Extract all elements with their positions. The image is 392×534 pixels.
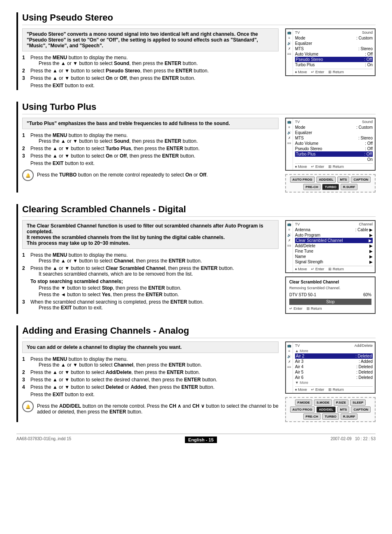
step-num-3-cs: 3 [22,299,28,311]
stop-note-title: To stop searching scrambled channels; [30,279,279,284]
intro-cs-line1: The Clear Scrambled Channel function is … [27,223,263,234]
tv-icon-tv-ae: 📺 [287,344,291,348]
tv-row-mts-tp: MTS: Stereo [295,135,373,141]
step-text-1-tp: Press the MENU button to display the men… [30,132,128,138]
ch-row-name: Name▶ [295,254,373,259]
csb-channel: DTV STD 50-1 [289,293,316,297]
footer-badge: English - 15 [185,436,217,443]
btn-rsurf-tp[interactable]: R.SURF [341,184,358,190]
step-1-ps: 1 Press the MENU button to display the m… [22,55,279,66]
footer-enter-ps: ↵ Enter [311,70,324,74]
section-title-turbo: Using Turbo Plus [22,102,376,114]
step-content-3-ae: Press the ▲ or ▼ button to select the de… [30,377,279,383]
tv-main-ae: TV Add/Delete ▲ More Air 2: Deleted Air … [293,342,375,393]
tip-text-ae: Press the ADD/DEL button on the remote c… [37,401,279,415]
tv-row-turbo-tp: Turbo Plus: Off [295,151,373,157]
section-text-ae: You can add or delete a channel to displ… [22,341,279,422]
tv-screen-header-cs: TV Channel [295,222,373,226]
ad-row-air5: Air 5: Deleted [295,369,373,375]
footer-return-tp: ⊞ Return [328,165,344,169]
tv-row-pseudo-tp: Pseudo Stereo: Off [295,146,373,151]
step-num-2-ps: 2 [22,68,28,74]
btn-turbo-ae[interactable]: TURBO [322,413,339,420]
step-sub-1-tp: Press the ▲ or ▼ button to select Sound,… [39,138,198,144]
tv-sound-label-ps: Sound [362,30,373,35]
btn-adddel-ae[interactable]: ADD/DEL [316,406,336,413]
step-text-2-ps: Press the ▲ or ▼ button to select Pseudo… [30,68,209,74]
tip-ae: 🔔 Press the ADD/DEL button on the remote… [22,401,279,415]
btn-caption-tp[interactable]: CAPTION [351,176,371,183]
btn-adddel-tp[interactable]: ADD/DEL [316,176,336,183]
btn-autoprog-tp[interactable]: AUTO PROG [290,176,315,183]
csb-enter: ↵ Enter [289,306,302,311]
btn-autoprog-ae[interactable]: AUTO PROG [290,406,315,413]
stop-note-line2: Press the ◄ button to select Yes, then p… [39,292,279,297]
step-content-3-ps: Press the ▲ or ▼ button to select On or … [30,75,279,81]
ch-row-signal: Signal Strength▶ [295,259,373,265]
tv-icon-ch-cs: ≡≡ [287,244,291,248]
ad-screen: 📺 ≡ 🔊 ✗ ≡≡ TV Add/Delete ▲ More Air 2: D… [285,341,376,394]
step-num-2-tp: 2 [22,146,28,151]
screen-group-ps: 📺 ≡ 🔊 ✗ ≡≡ TV Sound Mode: Custom Equaliz… [285,28,376,90]
channel-screen-cs: 📺 ≡ 🔊 ✗ ≡≡ TV Channel Antenna: Cable ▶ A… [285,220,376,273]
btn-mts-tp[interactable]: MTS [337,176,349,183]
ad-row-air3: Air 3: Added [295,359,373,364]
ch-row-autoprog: Auto Program▶ [295,232,373,238]
section-content-pseudo-stereo: "Pseudo Stereo" converts a mono sound si… [22,28,376,90]
step-num-2-ae: 2 [22,369,28,375]
remote-btns-top1-ae: P.MODE S.MODE P.SIZE SLEEP [288,399,372,406]
step-num-3-tp: 3 [22,153,28,159]
tv-icon-ch: ≡≡ [287,52,291,56]
footer-move-cs: ♦ Move [295,267,307,271]
tv-row-mts-ps: MTS: Stereo [295,46,373,51]
tv-icon-menu-cs: ≡ [288,228,291,232]
step-content-2-cs: Press the ▲ or ▼ button to select Clear … [30,265,279,277]
step-2-tp: 2 Press the ▲ or ▼ button to select Turb… [22,146,279,151]
tv-icon-vol-ae: 🔊 [287,355,291,358]
btn-caption-ae[interactable]: CAPTION [351,406,371,413]
tv-screen-header-tp: TV Sound [295,120,373,124]
tv-row-av-tp: Auto Volume: Off [295,141,373,146]
step-1-cs: 1 Press the MENU button to display the m… [22,252,279,264]
tv-footer-cs: ♦ Move ↵ Enter ⊞ Return [295,266,373,271]
tv-channel-label-cs: Channel [359,222,373,226]
step-content-3-tp: Press the ▲ or ▼ button to select On or … [30,153,279,159]
tip-icon-turbo: 🔔 [22,169,34,181]
btn-prech-ae[interactable]: PRE-CH [303,413,321,420]
btn-smode-ae[interactable]: S.MODE [314,399,332,406]
footer-enter-tp: ↵ Enter [311,165,324,169]
ad-more-bottom: ▼ More [295,380,373,385]
btn-rsurf-ae[interactable]: R.SURF [341,413,358,420]
tv-icons-tp: 📺 ≡ 🔊 ✗ ≡≡ [286,118,293,170]
tv-icons-ps: 📺 ≡ 🔊 ✗ ≡≡ [286,29,293,75]
btn-mts-ae[interactable]: MTS [337,406,349,413]
footer-enter-cs: ↵ Enter [311,267,324,271]
csb-box: Clear Scrambled Channel Removing Scrambl… [285,276,376,314]
step-text-4-ae: Press the ▲ or ▼ button to select Delete… [30,384,214,390]
step-sub-1-ae: Press the ▲ or ▼ button to select Channe… [39,362,202,368]
btn-turbo-tp[interactable]: TURBO [322,184,339,190]
step-text-3-tp: Press the ▲ or ▼ button to select On or … [30,153,195,159]
footer-move-tp: ♦ Move [295,165,307,169]
tv-row-pseudo-ps: Pseudo Stereo: Off [295,57,373,62]
step-num-2-cs: 2 [22,265,28,277]
tv-icon-mute-cs: ✗ [288,239,291,242]
tv-icon-mute-tp: ✗ [288,136,291,140]
csb-stop-btn[interactable]: Stop [289,299,371,305]
tv-icon-tv-cs: 📺 [287,223,291,226]
tv-icon-tv: 📺 [287,31,291,35]
step-4-ae: 4 Press the ▲ or ▼ button to select Dele… [22,384,279,390]
tv-icon-menu-tp: ≡ [288,125,291,129]
step-content-1-ae: Press the MENU button to display the men… [30,356,279,368]
section-content-cs: The Clear Scrambled Channel function is … [22,220,376,314]
btn-sleep-ae[interactable]: SLEEP [350,399,366,406]
tv-row-eq-tp: Equalizer [295,130,373,135]
btn-pmode-ae[interactable]: P.MODE [295,399,313,406]
csb-footer: ↵ Enter ⊞ Return [289,306,371,311]
tv-icon-tv-tp: 📺 [287,120,291,124]
btn-psize-ae[interactable]: P.SIZE [334,399,348,406]
section-add-erase: Adding and Erasing Channels - Analog You… [16,325,376,422]
step-3-tp: 3 Press the ▲ or ▼ button to select On o… [22,153,279,159]
btn-prech-tp[interactable]: PRE-CH [303,184,321,190]
intro-pseudo-stereo: "Pseudo Stereo" converts a mono sound si… [22,28,279,51]
